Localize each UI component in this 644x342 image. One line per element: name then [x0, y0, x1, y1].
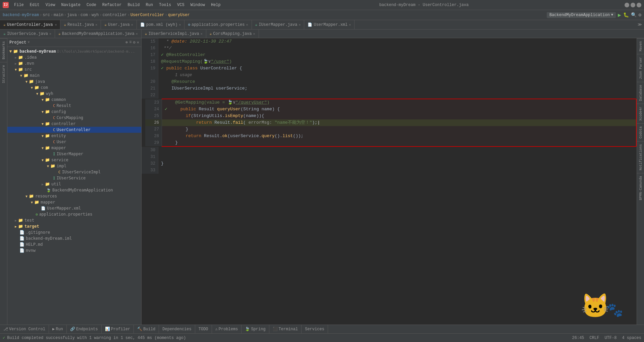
tab-close-usercontroller[interactable]: ✕ — [55, 23, 57, 27]
tab-close-props[interactable]: ✕ — [246, 23, 248, 27]
tree-test[interactable]: ▶ 📁 test — [7, 217, 141, 223]
tree-iusermapper[interactable]: I IUserMapper — [7, 151, 141, 157]
breadcrumb-project[interactable]: backend-myDream — [3, 13, 39, 17]
breadcrumb-com[interactable]: com — [80, 13, 88, 17]
menu-file[interactable]: File — [11, 2, 26, 8]
bottom-tab-profiler[interactable]: 📊 Profiler — [102, 325, 134, 333]
tree-gitignore[interactable]: 📄 .gitignore — [7, 229, 141, 235]
tree-mvn[interactable]: ▶ 📁 .mvn — [7, 60, 141, 66]
tree-mvnw[interactable]: 📄 mvnw — [7, 247, 141, 253]
subtab-backendapp[interactable]: ☕ BackendMyDreamApplication.java ✕ — [55, 30, 142, 38]
menu-run[interactable]: Run — [143, 2, 156, 8]
tree-backendapp[interactable]: 🍃 BackendMyDreamApplication — [7, 187, 141, 193]
tree-appprops[interactable]: ⚙ application.properties — [7, 211, 141, 217]
tab-user[interactable]: ☕ User.java ✕ — [101, 20, 137, 29]
bottom-tab-endpoints[interactable]: 🔗 Endpoints — [67, 325, 102, 333]
tree-com[interactable]: ▼ 📁 com — [7, 84, 141, 91]
tree-idea[interactable]: ▶ 📁 .idea — [7, 54, 141, 60]
tab-usermapper-xml[interactable]: 📄 UserMapper.xml ✕ — [304, 20, 355, 29]
structure-tab[interactable]: Structure — [0, 62, 7, 86]
close-button[interactable] — [637, 3, 641, 7]
breadcrumb-src[interactable]: src — [43, 13, 50, 17]
tree-corsmapping[interactable]: C CorsMapping — [7, 115, 141, 121]
subtab-iuserservice[interactable]: ☕ IUserService.java ✕ — [0, 30, 55, 38]
status-encoding[interactable]: UTF-8 — [604, 336, 616, 340]
run-config-dropdown[interactable]: BackendMyDreamApplication ▼ — [547, 12, 616, 18]
tree-target[interactable]: ▶ 📁 target — [7, 223, 141, 229]
bookmarks-tab[interactable]: Bookmarks — [0, 38, 7, 62]
tree-impl[interactable]: ▼ 📁 impl — [7, 163, 141, 169]
tree-resources[interactable]: ▼ 📁 resources — [7, 193, 141, 199]
status-position[interactable]: 26:45 — [572, 336, 584, 340]
menu-navigate[interactable]: Navigate — [58, 2, 83, 8]
breadcrumb-java[interactable]: java — [67, 13, 77, 17]
codota-tab[interactable]: Codota — [637, 123, 644, 141]
subtab-close-2[interactable]: ✕ — [201, 32, 203, 36]
tree-controller[interactable]: ▼ 📁 controller — [7, 121, 141, 127]
maven-tab[interactable]: Maven — [637, 38, 644, 54]
menu-window[interactable]: Window — [188, 2, 208, 8]
tree-util[interactable]: ▶ 📁 util — [7, 181, 141, 187]
tab-close-result[interactable]: ✕ — [95, 23, 97, 27]
tab-close-pom[interactable]: ✕ — [179, 23, 181, 27]
menu-help[interactable]: Help — [208, 2, 223, 8]
status-line-ending[interactable]: CRLF — [590, 336, 599, 340]
tree-iuserservice[interactable]: I IUserService — [7, 175, 141, 181]
tree-root[interactable]: ▼ 📁 backend-myDream D:\Tools\JavaWorkSpa… — [7, 48, 141, 54]
sidebar-settings-icon[interactable]: ⚙ — [133, 40, 136, 45]
breadcrumb-method[interactable]: queryUser — [168, 13, 190, 17]
tree-java[interactable]: ▼ 📁 java — [7, 78, 141, 84]
bottom-tab-spring[interactable]: 🍃 Spring — [241, 325, 269, 333]
tab-close-user[interactable]: ✕ — [131, 23, 133, 27]
menu-tools[interactable]: Tools — [156, 2, 174, 8]
tree-config[interactable]: ▼ 📁 config — [7, 109, 141, 115]
notifications-tab[interactable]: Notifications — [637, 141, 644, 173]
tree-helpmd[interactable]: 📄 HELP.md — [7, 241, 141, 247]
tab-close-usermapper-xml[interactable]: ✕ — [349, 23, 351, 27]
menu-view[interactable]: View — [43, 2, 58, 8]
tree-iuserserviceimpl[interactable]: C IUserServiceImpl — [7, 169, 141, 175]
bottom-tab-run[interactable]: ▶ Run — [49, 325, 67, 333]
subtab-close-3[interactable]: ✕ — [253, 32, 255, 36]
tree-iml[interactable]: 📄 backend-myDream.iml — [7, 235, 141, 241]
database-tab[interactable]: Database — [637, 82, 644, 104]
settings-button[interactable]: ⚙ — [639, 12, 641, 18]
menu-vcs[interactable]: VCS — [174, 2, 187, 8]
json-parser-tab[interactable]: Json Parser — [637, 54, 644, 82]
subtab-close-1[interactable]: ✕ — [136, 32, 138, 36]
subtab-corsmapping[interactable]: ☕ CorsMapping.java ✕ — [206, 30, 259, 38]
tree-service[interactable]: ▼ 📁 service — [7, 157, 141, 163]
tab-application-props[interactable]: ⚙ application.properties ✕ — [184, 20, 252, 29]
tree-usermapper-xml[interactable]: 📄 UserMapper.xml — [7, 205, 141, 211]
bottom-tab-terminal[interactable]: ⬛ Terminal — [269, 325, 302, 333]
tab-iusermapper[interactable]: ☕ IUserMapper.java ✕ — [252, 20, 305, 29]
tree-usercontroller[interactable]: C UserController — [7, 127, 141, 133]
tab-overflow[interactable]: ≫ — [636, 20, 644, 29]
tree-resources-mapper[interactable]: ▼ 📁 mapper — [7, 199, 141, 205]
breadcrumb-main[interactable]: main — [54, 13, 63, 17]
breadcrumb-wyh[interactable]: wyh — [92, 13, 99, 17]
tree-common[interactable]: ▼ 📁 common — [7, 97, 141, 103]
tab-pom[interactable]: 📄 pom.xml (wyh) ✕ — [137, 20, 185, 29]
sidebar-locate-icon[interactable]: ⊕ — [125, 40, 128, 45]
breadcrumb-class[interactable]: UserController — [130, 13, 164, 17]
tab-result[interactable]: ☕ Result.java ✕ — [60, 20, 101, 29]
bottom-tab-build[interactable]: 🔨 Build — [134, 325, 159, 333]
tree-result-class[interactable]: C Result — [7, 103, 141, 109]
tree-user-class[interactable]: C User — [7, 139, 141, 145]
tree-mapper[interactable]: ▼ 📁 mapper — [7, 145, 141, 151]
run-button[interactable]: ▶ — [618, 12, 621, 18]
xcode4r-tab[interactable]: Xcode4r — [637, 104, 644, 123]
bottom-tab-dependencies[interactable]: Dependencies — [159, 325, 195, 333]
minimize-button[interactable] — [625, 3, 629, 7]
code-editor[interactable]: 15 * @date: 2022-11-30 22:47 16 **/ 17 ✓… — [142, 38, 637, 325]
menu-build[interactable]: Build — [125, 2, 142, 8]
bottom-tab-problems[interactable]: ⚠ Problems — [212, 325, 242, 333]
subtab-iuserserviceimpl[interactable]: ☕ IUserServiceImpl.java ✕ — [142, 30, 206, 38]
menu-refactor[interactable]: Refactor — [100, 2, 124, 8]
tab-close-iusermapper[interactable]: ✕ — [299, 23, 301, 27]
debug-button[interactable]: 🐛 — [623, 12, 629, 18]
menu-edit[interactable]: Edit — [27, 2, 42, 8]
status-indent[interactable]: 4 spaces — [622, 336, 641, 340]
breadcrumb-controller[interactable]: controller — [103, 13, 127, 17]
